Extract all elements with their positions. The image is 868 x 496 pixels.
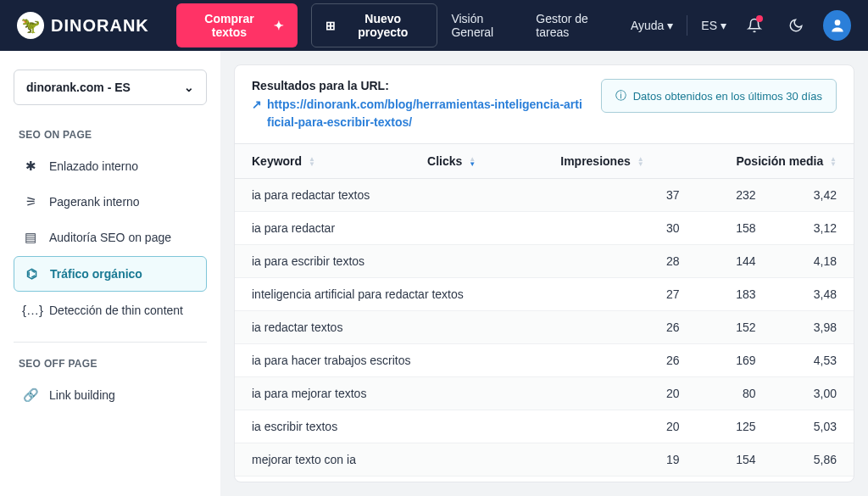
cell-clicks: 19: [630, 443, 697, 476]
cell-clicks: 20: [630, 377, 697, 410]
sidebar-item-pagerank[interactable]: ⚞ Pagerank interno: [14, 185, 207, 219]
lang-label: ES: [701, 19, 717, 32]
sort-icon: ▲▼: [469, 157, 476, 167]
cell-position: 4,53: [772, 344, 854, 377]
cell-keyword: inteligencia artificial para redactar te…: [235, 476, 630, 482]
table-row[interactable]: inteligencia artificial para redactar te…: [235, 278, 854, 311]
bug-icon: ⌬: [23, 266, 40, 281]
cell-position: 3,98: [772, 311, 854, 344]
table-row[interactable]: ia redactar textos261523,98: [235, 311, 854, 344]
info-text: Datos obtenidos en los últimos 30 días: [633, 90, 822, 103]
result-url-link[interactable]: ↗ https://dinorank.com/blog/herramientas…: [252, 96, 584, 131]
project-select[interactable]: dinorank.com - ES ⌄: [14, 70, 207, 105]
table-row[interactable]: ia para mejorar textos20803,00: [235, 377, 854, 410]
info-icon: ⓘ: [615, 88, 626, 103]
table-row[interactable]: ia escribir textos201255,03: [235, 410, 854, 443]
table-row[interactable]: ia para hacer trabajos escritos261694,53: [235, 344, 854, 377]
cell-clicks: 20: [630, 410, 697, 443]
table-row[interactable]: ia para escribir textos281444,18: [235, 245, 854, 278]
col-label: Keyword: [252, 154, 302, 168]
card-header: Resultados para la URL: ↗ https://dinora…: [235, 65, 854, 144]
sidebar-item-auditoria[interactable]: ▤ Auditoría SEO on page: [14, 220, 207, 254]
cell-clicks: 28: [630, 245, 697, 278]
sidebar-item-thin[interactable]: {…} Detección de thin content: [14, 293, 207, 326]
sidebar-item-label: Link building: [49, 388, 115, 402]
lang-select[interactable]: ES ▾: [701, 19, 726, 32]
cell-clicks: 27: [630, 278, 697, 311]
result-label: Resultados para la URL:: [252, 79, 584, 92]
sparkle-icon: ✦: [274, 19, 284, 32]
cell-clicks: 19: [630, 476, 697, 482]
cell-impressions: 169: [697, 344, 773, 377]
cell-impressions: 125: [697, 410, 773, 443]
col-position[interactable]: Posición media ▲▼: [661, 144, 854, 179]
cell-keyword: ia redactar textos: [235, 311, 630, 344]
table-row[interactable]: ia para redactar301583,12: [235, 212, 854, 245]
svg-point-0: [834, 20, 840, 25]
info-pill: ⓘ Datos obtenidos en los últimos 30 días: [601, 79, 837, 113]
sitemap-icon: ⚞: [22, 194, 39, 209]
table-row[interactable]: mejorar texto con ia191545,86: [235, 443, 854, 476]
col-keyword[interactable]: Keyword ▲▼: [235, 144, 375, 179]
cell-impressions: 237: [697, 476, 773, 482]
cell-impressions: 80: [697, 377, 773, 410]
external-link-icon: ↗: [252, 96, 262, 114]
cell-clicks: 37: [630, 179, 697, 212]
nav-tasks[interactable]: Gestor de tareas: [536, 12, 617, 39]
main: Resultados para la URL: ↗ https://dinora…: [220, 51, 868, 496]
notification-dot: [756, 15, 763, 22]
plus-icon: ⊞: [326, 19, 336, 32]
document-icon: ▤: [22, 230, 39, 245]
cell-keyword: ia para mejorar textos: [235, 377, 630, 410]
col-label: Impresiones: [560, 154, 630, 168]
cell-position: 5,03: [772, 410, 854, 443]
cell-position: 3,42: [772, 179, 854, 212]
chevron-down-icon: ▾: [721, 19, 726, 32]
col-impressions[interactable]: Impresiones ▲▼: [492, 144, 660, 179]
sidebar-item-label: Detección de thin content: [49, 304, 183, 317]
sidebar-item-enlazado[interactable]: ✱ Enlazado interno: [14, 149, 207, 183]
cell-keyword: ia para redactar: [235, 212, 630, 245]
nav-help[interactable]: Ayuda ▾: [631, 19, 673, 32]
new-project-button[interactable]: ⊞ Nuevo proyecto: [311, 3, 437, 47]
theme-toggle[interactable]: [782, 10, 810, 41]
sidebar-item-linkbuilding[interactable]: 🔗 Link building: [14, 378, 207, 412]
sort-icon: ▲▼: [830, 157, 837, 167]
logo[interactable]: 🦖 DINORANK: [17, 12, 149, 39]
cell-impressions: 144: [697, 245, 773, 278]
divider: [687, 15, 687, 36]
result-url-text: https://dinorank.com/blog/herramientas-i…: [267, 96, 584, 131]
cell-clicks: 26: [630, 344, 697, 377]
cell-keyword: ia para escribir textos: [235, 245, 630, 278]
cell-impressions: 152: [697, 311, 773, 344]
cell-keyword: ia para hacer trabajos escritos: [235, 344, 630, 377]
buy-texts-button[interactable]: Comprar textos ✦: [176, 3, 298, 47]
table-row[interactable]: inteligencia artificial para redactar te…: [235, 476, 854, 482]
results-card: Resultados para la URL: ↗ https://dinora…: [234, 64, 854, 482]
cell-impressions: 154: [697, 443, 773, 476]
col-label: Posición media: [736, 154, 823, 168]
sort-icon: ▲▼: [309, 157, 315, 167]
col-clicks[interactable]: Clicks ▲▼: [375, 144, 492, 179]
sidebar: dinorank.com - ES ⌄ SEO ON PAGE ✱ Enlaza…: [0, 51, 220, 496]
sort-icon: ▲▼: [637, 157, 644, 167]
sidebar-item-label: Auditoría SEO on page: [49, 231, 171, 244]
nav-help-label: Ayuda: [631, 19, 664, 32]
braces-icon: {…}: [22, 303, 39, 317]
table-row[interactable]: ia para redactar textos372323,42: [235, 179, 854, 212]
topbar: 🦖 DINORANK Comprar textos ✦ ⊞ Nuevo proy…: [0, 0, 868, 51]
user-avatar[interactable]: [823, 10, 851, 41]
cell-position: 3,00: [772, 377, 854, 410]
nav-overview[interactable]: Visión General: [451, 12, 522, 39]
cell-keyword: inteligencia artificial para redactar te…: [235, 278, 630, 311]
cell-impressions: 232: [697, 179, 773, 212]
cell-position: 4,18: [772, 245, 854, 278]
col-label: Clicks: [427, 154, 462, 168]
cell-impressions: 183: [697, 278, 773, 311]
keywords-table: Keyword ▲▼ Clicks ▲▼ Impresiones ▲▼ Po: [235, 144, 854, 179]
link-icon: 🔗: [22, 387, 39, 403]
notifications-button[interactable]: [740, 10, 768, 41]
sidebar-item-trafico[interactable]: ⌬ Tráfico orgánico: [14, 256, 207, 292]
cell-position: 9,86: [772, 476, 854, 482]
network-icon: ✱: [22, 159, 39, 174]
